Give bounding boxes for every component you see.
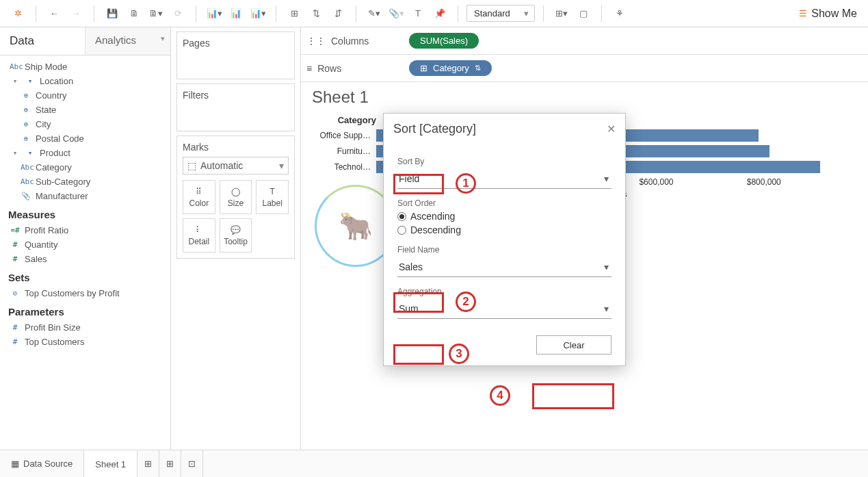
close-icon[interactable]: ✕: [607, 123, 616, 136]
show-me-icon: ☰: [799, 8, 807, 18]
dashboard-icon[interactable]: ⊞▾: [552, 4, 571, 23]
swap-icon[interactable]: 📊▾: [205, 4, 224, 23]
field-sales[interactable]: #Sales: [0, 252, 170, 266]
clear-button[interactable]: Clear: [536, 335, 611, 354]
sort-by-select[interactable]: Field: [397, 169, 611, 189]
columns-icon: ⋮⋮: [306, 36, 326, 47]
sort-desc-icon[interactable]: 📊▾: [248, 4, 267, 23]
cards-column: Pages Filters Marks ⬚ Automatic ⠿Color ◯…: [171, 27, 301, 450]
field-label: Country: [36, 90, 67, 101]
tab-data[interactable]: Data: [0, 27, 85, 55]
mark-color-button[interactable]: ⠿Color: [183, 180, 215, 214]
mark-auto-icon: ⬚: [187, 160, 196, 171]
new-story-icon[interactable]: ⊡: [181, 450, 203, 477]
tab-sheet-1[interactable]: Sheet 1: [84, 450, 137, 477]
field-state[interactable]: ⊕State: [0, 103, 170, 117]
mark-tooltip-button[interactable]: 💬Tooltip: [220, 218, 252, 253]
mark-detail-button[interactable]: ⠇Detail: [183, 218, 215, 253]
pill-expand-icon: ⊞: [420, 63, 428, 73]
field-product[interactable]: ▾▾Product: [0, 146, 170, 160]
field-label: Profit Ratio: [25, 225, 68, 235]
field-quantity[interactable]: #Quantity: [0, 237, 170, 252]
field-label: Profit Bin Size: [25, 322, 81, 333]
new-sheet-icon[interactable]: ⊞: [137, 450, 159, 477]
tab-data-source[interactable]: ▦Data Source: [0, 450, 84, 477]
pin-icon[interactable]: 📌: [430, 4, 449, 23]
field-ship-mode[interactable]: AbcShip Mode: [0, 60, 170, 74]
parameters-header: Parameters: [0, 300, 170, 320]
marks-card: Marks ⬚ Automatic ⠿Color ◯Size TLabel ⠇D…: [176, 136, 295, 259]
field-sub-category[interactable]: AbcSub-Category: [0, 175, 170, 189]
field-name-select[interactable]: Sales: [397, 257, 611, 277]
marks-title: Marks: [183, 142, 209, 153]
share-icon[interactable]: ⚘: [610, 4, 629, 23]
field-profit-ratio[interactable]: =#Profit Ratio: [0, 223, 170, 237]
field-city[interactable]: ⊕City: [0, 117, 170, 131]
fit-select[interactable]: Standard: [466, 5, 535, 22]
field-label: State: [36, 105, 56, 115]
forward-icon[interactable]: →: [66, 4, 86, 23]
field-type-icon: ⊕: [21, 105, 31, 114]
columns-pill-sum-sales[interactable]: SUM(Sales): [409, 33, 479, 49]
axis-tick: $800,000: [747, 177, 854, 187]
back-icon[interactable]: ←: [44, 4, 64, 23]
field-location[interactable]: ▾▾Location: [0, 74, 170, 88]
sheet-title[interactable]: Sheet 1: [301, 82, 868, 107]
new-worksheet-icon[interactable]: 🗎▾: [146, 4, 166, 23]
aggregation-select[interactable]: Sum: [397, 299, 611, 319]
tab-analytics[interactable]: Analytics: [85, 27, 170, 55]
pages-shelf[interactable]: Pages: [176, 31, 295, 79]
sort-up-icon[interactable]: ⇅: [306, 4, 326, 23]
annotation-num-4: 4: [490, 385, 510, 406]
field-manufacturer[interactable]: 📎Manufacturer: [0, 189, 170, 203]
field-country[interactable]: ⊕Country: [0, 88, 170, 103]
field-type-icon: ⊕: [21, 134, 31, 143]
mark-type-select[interactable]: ⬚ Automatic: [183, 157, 289, 175]
columns-shelf[interactable]: ⋮⋮Columns SUM(Sales): [301, 27, 868, 55]
label-icon: T: [269, 187, 274, 196]
field-postal-code[interactable]: ⊕Postal Code: [0, 131, 170, 146]
group-icon[interactable]: ⊞: [285, 4, 304, 23]
sort-asc-icon[interactable]: 📊: [226, 4, 246, 23]
save-icon[interactable]: 💾: [103, 4, 122, 23]
show-me-button[interactable]: ☰ Show Me: [792, 5, 864, 23]
tableau-logo-icon[interactable]: ✲: [8, 4, 27, 23]
sort-order-label: Sort Order: [397, 198, 611, 208]
mark-type-label: Automatic: [200, 160, 243, 171]
field-top-customers[interactable]: #Top Customers: [0, 335, 170, 349]
field-label: Category: [36, 162, 72, 172]
sort-dialog: Sort [Category] ✕ Sort By Field Sort Ord…: [383, 113, 626, 366]
annotation-num-2: 2: [456, 292, 476, 312]
aggregation-label: Aggregation: [397, 287, 611, 296]
radio-descending[interactable]: Descending: [397, 224, 611, 235]
attach-icon[interactable]: 📎▾: [386, 4, 406, 23]
field-type-icon: #: [10, 337, 21, 346]
measures-header: Measures: [0, 203, 170, 223]
new-dashboard-icon[interactable]: ⊞: [159, 450, 181, 477]
mark-label-button[interactable]: TLabel: [256, 180, 289, 214]
mark-size-button[interactable]: ◯Size: [220, 180, 252, 214]
field-top-customers-by-profit[interactable]: ⊘Top Customers by Profit: [0, 286, 170, 300]
new-data-icon[interactable]: 🗎: [124, 4, 144, 23]
field-type-icon: Abc: [21, 163, 31, 172]
field-label: Top Customers by Profit: [25, 288, 120, 298]
field-profit-bin-size[interactable]: #Profit Bin Size: [0, 320, 170, 335]
sort-down-icon[interactable]: ⇵: [328, 4, 347, 23]
filters-shelf[interactable]: Filters: [176, 83, 295, 131]
show-me-label: Show Me: [811, 8, 857, 20]
field-type-icon: Abc: [21, 177, 31, 186]
rows-shelf[interactable]: ≡Rows ⊞Category⇅: [301, 55, 868, 82]
text-icon[interactable]: T: [408, 4, 428, 23]
main-toolbar: ✲ ← → 💾 🗎 🗎▾ ⟳ 📊▾ 📊 📊▾ ⊞ ⇅ ⇵ ✎▾ 📎▾ T 📌 S…: [0, 0, 868, 27]
rows-pill-category[interactable]: ⊞Category⇅: [409, 60, 492, 76]
refresh-icon[interactable]: ⟳: [168, 4, 187, 23]
present-icon[interactable]: ▢: [574, 4, 593, 23]
field-category[interactable]: AbcCategory: [0, 160, 170, 175]
detail-icon: ⠇: [196, 225, 202, 235]
radio-ascending[interactable]: Ascending: [397, 211, 611, 222]
columns-label: Columns: [331, 36, 369, 47]
highlight-icon[interactable]: ✎▾: [365, 4, 384, 23]
field-type-icon: Abc: [10, 62, 21, 71]
radio-icon: [397, 226, 406, 235]
field-name-label: Field Name: [397, 245, 611, 255]
